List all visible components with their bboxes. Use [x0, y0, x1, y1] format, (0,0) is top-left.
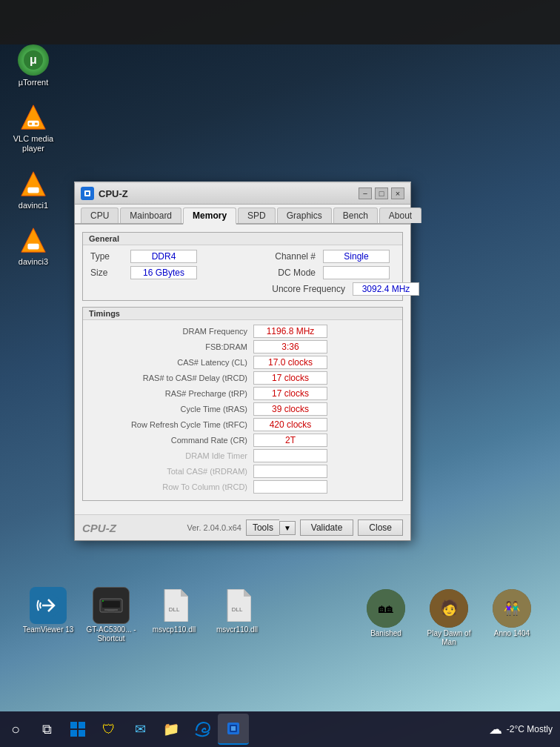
- taskbar-taskview[interactable]: ⧉: [31, 714, 62, 745]
- tab-graphics[interactable]: Graphics: [277, 208, 332, 223]
- footer-brand: CPU-Z: [82, 522, 183, 534]
- tab-about[interactable]: About: [379, 208, 421, 223]
- taskbar-icon-msvcp110[interactable]: DLL msvcp110.dll: [148, 587, 200, 643]
- taskbar-edge[interactable]: [187, 714, 218, 745]
- timings-content: DRAM Frequency 1196.8 MHz FSB:DRAM 3:36 …: [83, 320, 402, 500]
- channel-row: Channel # Single: [253, 250, 419, 263]
- banished-svg: 🏘: [367, 589, 405, 628]
- uncore-value: 3092.4 MHz: [353, 282, 419, 296]
- taskbar-icon-msvcr110[interactable]: DLL msvcr110.dll: [211, 587, 263, 643]
- desktop-icon-davinci3[interactable]: davinci3: [7, 225, 59, 267]
- validate-button[interactable]: Validate: [300, 519, 353, 536]
- type-label: Type: [90, 251, 127, 262]
- timing-value-2: 17.0 clocks: [253, 356, 327, 369]
- taskbar-norton[interactable]: 🛡: [93, 714, 124, 745]
- svg-rect-31: [79, 722, 85, 728]
- tab-mainboard[interactable]: Mainboard: [120, 208, 181, 223]
- dawn-of-man-label: Play Dawn of Man: [423, 629, 475, 647]
- teamviewer-label: TeamViewer 13: [23, 625, 74, 634]
- channel-value: Single: [323, 250, 390, 263]
- davinci1-icon: [19, 169, 48, 199]
- close-footer-button[interactable]: Close: [358, 519, 403, 536]
- banished-label: Banished: [370, 629, 401, 638]
- weather-icon: ☁: [489, 721, 502, 737]
- tools-dropdown-arrow[interactable]: ▼: [279, 521, 296, 535]
- maximize-button[interactable]: □: [375, 187, 388, 199]
- general-section-title: General: [83, 233, 402, 245]
- svg-rect-7: [27, 187, 39, 193]
- svg-rect-4: [29, 123, 32, 125]
- window-title: CPU-Z: [81, 187, 128, 200]
- timing-row-8: DRAM Idle Timer ​: [90, 449, 395, 462]
- temperature-text: -2°C Mostly: [507, 724, 553, 734]
- desktop-icon-vlc[interactable]: VLC media player: [7, 102, 59, 153]
- timing-label-10: Row To Column (tRCD): [90, 482, 253, 491]
- timing-row-5: Cycle Time (tRAS) 39 clocks: [90, 402, 395, 416]
- vlc-icon: [19, 102, 48, 132]
- timing-row-2: CAS# Latency (CL) 17.0 clocks: [90, 356, 395, 369]
- svg-rect-14: [102, 601, 120, 608]
- timing-value-5: 39 clocks: [253, 402, 327, 416]
- timings-section: Timings DRAM Frequency 1196.8 MHz FSB:DR…: [82, 307, 403, 501]
- tools-button[interactable]: Tools: [246, 519, 279, 536]
- window-controls: − □ ×: [359, 187, 404, 199]
- general-content: Type DDR4 Size 16 GBytes Channel # Singl…: [83, 245, 402, 300]
- svg-rect-30: [70, 722, 77, 728]
- minimize-button[interactable]: −: [359, 187, 372, 199]
- taskbar-cpuz[interactable]: [218, 714, 249, 745]
- timing-value-3: 17 clocks: [253, 371, 327, 385]
- svg-rect-11: [86, 192, 89, 195]
- edge-icon: [193, 720, 211, 738]
- taskbar-windows[interactable]: [62, 714, 93, 745]
- game-icons: 🏘 Banished 🧑 Play Dawn of Man 👫 Anno 140…: [360, 589, 538, 647]
- uncore-label: Uncore Frequency: [253, 284, 350, 294]
- tab-memory[interactable]: Memory: [183, 208, 236, 225]
- timing-row-7: Command Rate (CR) 2T: [90, 434, 395, 447]
- teamviewer-icon: [30, 587, 67, 624]
- timing-label-8: DRAM Idle Timer: [90, 451, 253, 460]
- tab-cpu[interactable]: CPU: [81, 208, 119, 223]
- close-button[interactable]: ×: [391, 187, 404, 199]
- taskbar-icon-gt-ac5300[interactable]: GT-AC5300... - Shortcut: [85, 587, 137, 643]
- taskbar-icon-row: TeamViewer 13 GT-AC5300... - Shortcut DL…: [22, 587, 263, 643]
- cpuz-taskbar-icon: [224, 720, 242, 737]
- timing-row-4: RAS# Precharge (tRP) 17 clocks: [90, 387, 395, 400]
- game-icon-banished[interactable]: 🏘 Banished: [360, 589, 412, 647]
- timings-section-title: Timings: [83, 308, 402, 320]
- svg-text:🏘: 🏘: [379, 600, 393, 616]
- svg-rect-33: [79, 730, 85, 737]
- game-icon-anno-1404[interactable]: 👫 Anno 1404: [486, 589, 538, 647]
- msvcp110-label: msvcp110.dll: [153, 625, 196, 634]
- window-titlebar: CPU-Z − □ ×: [75, 183, 410, 205]
- gt-ac5300-icon: [93, 587, 130, 624]
- davinci1-svg: [19, 168, 48, 199]
- timing-label-0: DRAM Frequency: [90, 327, 253, 336]
- taskbar-icon-teamviewer[interactable]: TeamViewer 13: [22, 587, 74, 643]
- timing-row-1: FSB:DRAM 3:36: [90, 340, 395, 353]
- svg-marker-19: [181, 589, 188, 597]
- taskbar-search[interactable]: ○: [0, 714, 31, 745]
- desktop-icon-utorrent[interactable]: μ µTorrent: [7, 44, 59, 87]
- tab-spd[interactable]: SPD: [238, 208, 276, 223]
- tab-bench[interactable]: Bench: [333, 208, 378, 223]
- cpuz-window: CPU-Z − □ × CPU Mainboard Memory SPD Gra…: [74, 182, 411, 541]
- msvcp110-icon: DLL: [156, 587, 193, 624]
- timing-value-4: 17 clocks: [253, 387, 327, 400]
- windows-icon: [70, 721, 86, 737]
- game-icon-dawn-of-man[interactable]: 🧑 Play Dawn of Man: [423, 589, 475, 647]
- utorrent-icon: μ: [18, 44, 49, 76]
- msvcp110-svg: DLL: [160, 589, 188, 622]
- timing-value-9: ​: [253, 465, 327, 478]
- timing-value-0: 1196.8 MHz: [253, 325, 327, 338]
- svg-rect-9: [27, 244, 39, 250]
- gt-ac5300-svg: [99, 593, 124, 618]
- svg-point-17: [102, 600, 104, 602]
- taskbar-tray: ☁ -2°C Mostly: [489, 721, 560, 737]
- timing-value-6: 420 clocks: [253, 418, 327, 431]
- desktop-icon-davinci1[interactable]: davinci1: [7, 169, 59, 210]
- dawn-of-man-icon: 🧑: [430, 589, 468, 628]
- taskbar-email[interactable]: ✉: [124, 714, 156, 745]
- taskbar-explorer[interactable]: 📁: [156, 714, 187, 745]
- davinci3-icon: [19, 225, 48, 255]
- footer-version: Ver. 2.04.0.x64: [187, 523, 241, 532]
